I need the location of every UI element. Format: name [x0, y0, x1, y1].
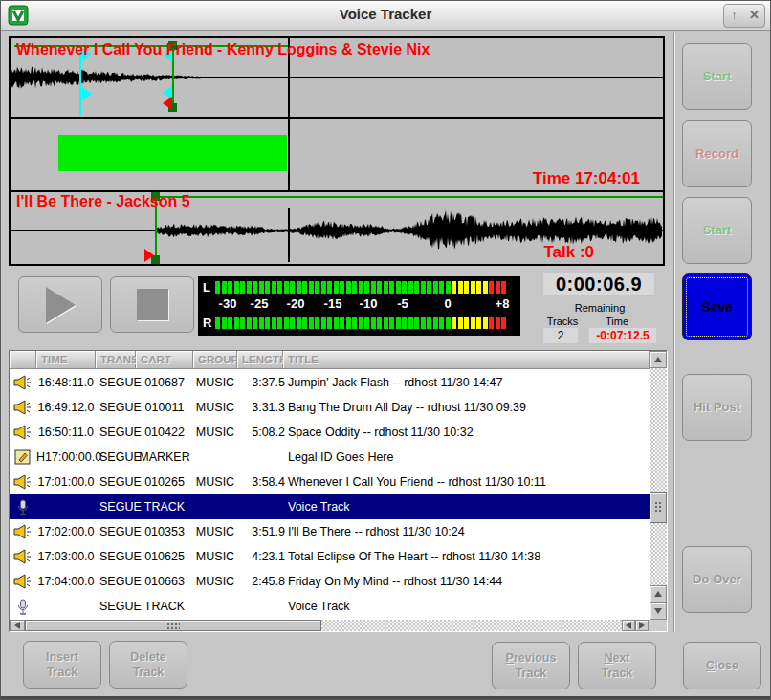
meter-tick-label: -15 [324, 296, 342, 311]
cell-cart: 010625 [136, 544, 193, 569]
scroll-down-button[interactable] [650, 602, 667, 620]
track-log-rows: 16:48:11.0SEGUE010687MUSIC3:37.5Jumpin' … [10, 370, 650, 620]
meter-segment-green [315, 281, 319, 294]
meter-segment-green [315, 317, 319, 329]
meter-segment-yellow [452, 317, 456, 329]
table-row[interactable]: 16:50:11.0SEGUE010422MUSIC5:08.2Space Od… [10, 420, 650, 445]
table-row[interactable]: 17:03:00.0SEGUE010625MUSIC4:23.1Total Ec… [10, 544, 650, 569]
cell-time: 16:48:11.0 [36, 370, 96, 395]
hit-post-button[interactable]: Hit Post [682, 374, 752, 441]
do-over-button[interactable]: Do Over [682, 546, 752, 613]
meter-segment-green [389, 281, 394, 294]
meter-segment-green [240, 317, 245, 329]
meter-segment-yellow [458, 281, 463, 294]
tracker-waveform-panel: Whenever I Call You Friend - Kenny Loggi… [9, 36, 665, 266]
header-length[interactable]: LENGTH [237, 351, 283, 369]
voice-track-strip: Time 17:04:01 [11, 119, 663, 192]
save-button[interactable]: Save [682, 273, 752, 340]
meter-segment-green [302, 317, 307, 329]
cell-trans: SEGUE [99, 470, 140, 494]
scroll-up-button-2[interactable] [650, 585, 667, 602]
meter-segment-green [327, 281, 332, 294]
play-button[interactable] [18, 276, 102, 333]
meter-segment-green [297, 317, 301, 329]
thumb-grip [654, 501, 663, 514]
grid-divider-line [288, 208, 290, 262]
table-row[interactable]: SEGUETRACKVoice Track [10, 494, 650, 519]
table-row[interactable]: 16:49:12.0SEGUE010011MUSIC3:31.3Bang The… [10, 395, 650, 420]
scroll-left-button-2[interactable] [622, 620, 635, 631]
meter-segment-red [501, 317, 506, 329]
meter-segment-green [439, 317, 444, 329]
close-window-button[interactable]: ✕ [744, 5, 764, 27]
meter-segment-green [297, 281, 301, 294]
meter-segment-red [489, 317, 494, 329]
meter-segment-green [277, 317, 282, 329]
segue-marker-line[interactable] [79, 49, 81, 116]
header-icon-column[interactable] [10, 351, 36, 369]
microphone-icon [10, 594, 36, 620]
header-group[interactable]: GROUP [193, 351, 237, 369]
close-button[interactable]: Close [683, 642, 761, 689]
meter-segment-green [371, 317, 376, 329]
table-row[interactable]: 17:01:00.0SEGUE010265MUSIC3:58.4Whenever… [10, 470, 650, 494]
record-button[interactable]: Record [682, 120, 752, 187]
track1-centerline [11, 77, 663, 78]
cell-group: MUSIC [193, 519, 237, 544]
next-track-button[interactable]: Next Track [578, 642, 656, 689]
meter-segment-green [421, 281, 426, 294]
cell-title: Voice Track [288, 494, 647, 519]
cell-time: 17:01:00.0 [36, 470, 96, 494]
cell-cart: 010422 [136, 420, 193, 445]
meter-segment-green [290, 281, 295, 294]
meter-segment-green [321, 281, 326, 294]
start-track2-button[interactable]: Start [682, 197, 752, 264]
table-row[interactable]: H17:00:00.0SEGUEMARKERLegal ID Goes Here [10, 445, 650, 470]
window-title: Voice Tracker [1, 6, 770, 22]
stop-button[interactable] [110, 276, 194, 333]
table-row[interactable]: 17:02:00.0SEGUE010353MUSIC3:51.9I'll Be … [10, 519, 650, 544]
cell-group: MUSIC [193, 544, 237, 569]
stop-marker[interactable] [163, 97, 172, 110]
meter-tick-label: +8 [496, 296, 510, 311]
meter-left-segments [215, 281, 506, 294]
meter-segment-green [284, 281, 289, 294]
table-row[interactable]: 17:04:00.0SEGUE010663MUSIC2:45.8Friday O… [10, 569, 650, 594]
scroll-right-button[interactable] [635, 620, 649, 631]
cell-length: 3:58.4 [237, 470, 285, 494]
segue-marker-handle-bottom[interactable] [82, 87, 92, 100]
meter-segment-red [489, 281, 494, 294]
delete-track-button[interactable]: DeleteTrack [109, 641, 187, 689]
table-row[interactable]: SEGUETRACKVoice Track [10, 594, 650, 619]
header-cart[interactable]: CART [136, 351, 193, 369]
header-time[interactable]: TIME [36, 351, 96, 369]
vertical-scrollbar-thumb[interactable] [650, 492, 667, 523]
track2-play-marker[interactable] [144, 249, 154, 262]
remaining-time-label: Time [596, 316, 638, 327]
shade-button[interactable]: ↑ [724, 5, 744, 27]
voice-track-region[interactable] [58, 135, 287, 171]
cell-cart: 010265 [136, 470, 193, 494]
scroll-up-button[interactable] [650, 351, 667, 368]
previous-track-button[interactable]: Previous Track [492, 642, 570, 689]
insert-track-button[interactable]: InsertTrack [23, 641, 101, 689]
left-arrow-icon [626, 622, 631, 629]
start-track1-button[interactable]: Start [682, 43, 752, 110]
meter-tick-label: -10 [360, 296, 378, 311]
header-title[interactable]: TITLE [283, 351, 650, 369]
meter-segment-green [277, 281, 282, 294]
meter-segment-green [321, 317, 326, 329]
play-icon [46, 287, 76, 323]
meter-right-segments [215, 317, 506, 329]
table-row[interactable]: 16:48:11.0SEGUE010687MUSIC3:37.5Jumpin' … [10, 370, 650, 395]
cell-trans: SEGUE [99, 445, 140, 470]
meter-left-label: L [203, 280, 210, 295]
meter-tick-label: -5 [397, 296, 408, 311]
cell-length: 3:51.9 [237, 519, 285, 544]
scroll-left-button[interactable] [10, 620, 25, 631]
meter-segment-green [421, 317, 426, 329]
meter-segment-green [272, 317, 276, 329]
meter-segment-yellow [464, 281, 469, 294]
header-trans[interactable]: TRANS [96, 351, 136, 369]
horizontal-scrollbar-thumb[interactable] [25, 620, 321, 631]
